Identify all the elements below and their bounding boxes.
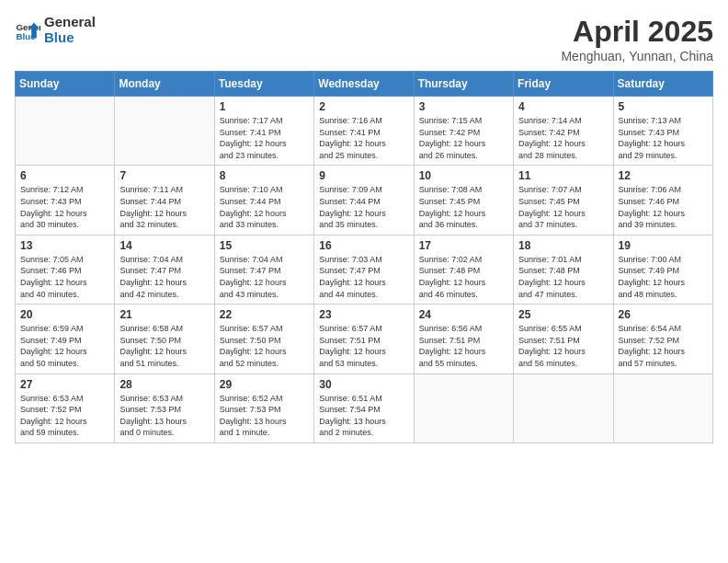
day-info: Sunrise: 7:11 AM Sunset: 7:44 PM Dayligh… — [119, 184, 209, 230]
calendar-cell: 20Sunrise: 6:59 AM Sunset: 7:49 PM Dayli… — [16, 304, 115, 373]
calendar-cell: 22Sunrise: 6:57 AM Sunset: 7:50 PM Dayli… — [214, 304, 313, 373]
day-info: Sunrise: 6:54 AM Sunset: 7:52 PM Dayligh… — [619, 323, 708, 369]
calendar-cell — [16, 97, 115, 166]
day-info: Sunrise: 6:56 AM Sunset: 7:51 PM Dayligh… — [419, 323, 508, 369]
day-number: 9 — [319, 169, 408, 182]
logo: General Blue General Blue — [15, 15, 96, 45]
day-number: 18 — [518, 239, 608, 252]
day-info: Sunrise: 7:06 AM Sunset: 7:46 PM Dayligh… — [619, 184, 708, 230]
day-info: Sunrise: 7:03 AM Sunset: 7:47 PM Dayligh… — [319, 254, 408, 300]
logo-general: General — [44, 15, 96, 30]
calendar-cell: 6Sunrise: 7:12 AM Sunset: 7:43 PM Daylig… — [16, 166, 115, 235]
week-row-2: 6Sunrise: 7:12 AM Sunset: 7:43 PM Daylig… — [16, 166, 713, 235]
day-info: Sunrise: 7:07 AM Sunset: 7:45 PM Dayligh… — [518, 184, 608, 230]
day-number: 21 — [119, 308, 209, 321]
calendar-cell: 15Sunrise: 7:04 AM Sunset: 7:47 PM Dayli… — [214, 235, 313, 304]
weekday-header-sunday: Sunday — [16, 72, 115, 97]
day-info: Sunrise: 7:17 AM Sunset: 7:41 PM Dayligh… — [220, 115, 309, 161]
day-number: 11 — [518, 169, 608, 182]
calendar-cell: 13Sunrise: 7:05 AM Sunset: 7:46 PM Dayli… — [16, 235, 115, 304]
calendar-cell — [115, 97, 214, 166]
day-info: Sunrise: 7:08 AM Sunset: 7:45 PM Dayligh… — [419, 184, 508, 230]
calendar-cell — [414, 373, 513, 442]
week-row-1: 1Sunrise: 7:17 AM Sunset: 7:41 PM Daylig… — [16, 97, 713, 166]
day-number: 14 — [119, 239, 209, 252]
day-number: 15 — [220, 239, 309, 252]
day-number: 20 — [20, 308, 109, 321]
calendar-cell: 10Sunrise: 7:08 AM Sunset: 7:45 PM Dayli… — [414, 166, 513, 235]
calendar-cell: 4Sunrise: 7:14 AM Sunset: 7:42 PM Daylig… — [514, 97, 613, 166]
day-info: Sunrise: 6:51 AM Sunset: 7:54 PM Dayligh… — [319, 393, 408, 439]
day-number: 24 — [419, 308, 508, 321]
header: General Blue General Blue April 2025 Men… — [15, 15, 713, 63]
calendar-cell: 30Sunrise: 6:51 AM Sunset: 7:54 PM Dayli… — [314, 373, 414, 442]
day-number: 4 — [518, 100, 608, 113]
day-info: Sunrise: 7:14 AM Sunset: 7:42 PM Dayligh… — [518, 115, 608, 161]
calendar-cell: 29Sunrise: 6:52 AM Sunset: 7:53 PM Dayli… — [214, 373, 313, 442]
day-number: 27 — [20, 378, 109, 391]
day-info: Sunrise: 6:57 AM Sunset: 7:50 PM Dayligh… — [220, 323, 309, 369]
day-number: 5 — [619, 100, 708, 113]
logo-icon: General Blue — [15, 17, 40, 43]
title-area: April 2025 Menghuan, Yunnan, China — [561, 15, 713, 63]
day-info: Sunrise: 7:04 AM Sunset: 7:47 PM Dayligh… — [119, 254, 209, 300]
day-info: Sunrise: 7:12 AM Sunset: 7:43 PM Dayligh… — [20, 184, 109, 230]
weekday-header-wednesday: Wednesday — [314, 72, 414, 97]
day-number: 6 — [20, 169, 109, 182]
calendar-cell: 14Sunrise: 7:04 AM Sunset: 7:47 PM Dayli… — [115, 235, 214, 304]
day-number: 30 — [319, 378, 408, 391]
day-number: 12 — [619, 169, 708, 182]
calendar-cell: 1Sunrise: 7:17 AM Sunset: 7:41 PM Daylig… — [214, 97, 313, 166]
weekday-header-friday: Friday — [514, 72, 613, 97]
day-number: 28 — [119, 378, 209, 391]
calendar-cell: 19Sunrise: 7:00 AM Sunset: 7:49 PM Dayli… — [613, 235, 712, 304]
calendar-cell — [514, 373, 613, 442]
day-info: Sunrise: 7:13 AM Sunset: 7:43 PM Dayligh… — [619, 115, 708, 161]
calendar-cell: 7Sunrise: 7:11 AM Sunset: 7:44 PM Daylig… — [115, 166, 214, 235]
day-info: Sunrise: 6:58 AM Sunset: 7:50 PM Dayligh… — [119, 323, 209, 369]
day-info: Sunrise: 7:05 AM Sunset: 7:46 PM Dayligh… — [20, 254, 109, 300]
day-info: Sunrise: 7:02 AM Sunset: 7:48 PM Dayligh… — [419, 254, 508, 300]
weekday-header-monday: Monday — [115, 72, 214, 97]
day-number: 29 — [220, 378, 309, 391]
day-number: 2 — [319, 100, 408, 113]
day-info: Sunrise: 6:52 AM Sunset: 7:53 PM Dayligh… — [220, 393, 309, 439]
day-number: 3 — [419, 100, 508, 113]
day-info: Sunrise: 7:16 AM Sunset: 7:41 PM Dayligh… — [319, 115, 408, 161]
calendar-cell: 26Sunrise: 6:54 AM Sunset: 7:52 PM Dayli… — [613, 304, 712, 373]
calendar-cell: 11Sunrise: 7:07 AM Sunset: 7:45 PM Dayli… — [514, 166, 613, 235]
day-number: 8 — [220, 169, 309, 182]
calendar-cell: 16Sunrise: 7:03 AM Sunset: 7:47 PM Dayli… — [314, 235, 414, 304]
day-number: 17 — [419, 239, 508, 252]
calendar-cell: 3Sunrise: 7:15 AM Sunset: 7:42 PM Daylig… — [414, 97, 513, 166]
day-number: 26 — [619, 308, 708, 321]
calendar-cell: 8Sunrise: 7:10 AM Sunset: 7:44 PM Daylig… — [214, 166, 313, 235]
day-number: 10 — [419, 169, 508, 182]
calendar-table: SundayMondayTuesdayWednesdayThursdayFrid… — [15, 71, 713, 443]
weekday-header-tuesday: Tuesday — [214, 72, 313, 97]
calendar-cell: 27Sunrise: 6:53 AM Sunset: 7:52 PM Dayli… — [16, 373, 115, 442]
day-info: Sunrise: 7:01 AM Sunset: 7:48 PM Dayligh… — [518, 254, 608, 300]
day-number: 19 — [619, 239, 708, 252]
calendar-cell: 21Sunrise: 6:58 AM Sunset: 7:50 PM Dayli… — [115, 304, 214, 373]
week-row-4: 20Sunrise: 6:59 AM Sunset: 7:49 PM Dayli… — [16, 304, 713, 373]
day-info: Sunrise: 7:10 AM Sunset: 7:44 PM Dayligh… — [220, 184, 309, 230]
day-number: 23 — [319, 308, 408, 321]
day-number: 7 — [119, 169, 209, 182]
calendar-cell: 17Sunrise: 7:02 AM Sunset: 7:48 PM Dayli… — [414, 235, 513, 304]
day-info: Sunrise: 6:55 AM Sunset: 7:51 PM Dayligh… — [518, 323, 608, 369]
calendar-cell: 9Sunrise: 7:09 AM Sunset: 7:44 PM Daylig… — [314, 166, 414, 235]
month-title: April 2025 — [561, 15, 713, 49]
day-number: 25 — [518, 308, 608, 321]
day-number: 13 — [20, 239, 109, 252]
calendar-cell: 28Sunrise: 6:53 AM Sunset: 7:53 PM Dayli… — [115, 373, 214, 442]
day-info: Sunrise: 6:59 AM Sunset: 7:49 PM Dayligh… — [20, 323, 109, 369]
logo-blue: Blue — [44, 30, 96, 46]
day-info: Sunrise: 6:53 AM Sunset: 7:52 PM Dayligh… — [20, 393, 109, 439]
day-info: Sunrise: 6:57 AM Sunset: 7:51 PM Dayligh… — [319, 323, 408, 369]
calendar-cell: 23Sunrise: 6:57 AM Sunset: 7:51 PM Dayli… — [314, 304, 414, 373]
day-info: Sunrise: 7:15 AM Sunset: 7:42 PM Dayligh… — [419, 115, 508, 161]
calendar-cell — [613, 373, 712, 442]
day-info: Sunrise: 7:04 AM Sunset: 7:47 PM Dayligh… — [220, 254, 309, 300]
weekday-header-row: SundayMondayTuesdayWednesdayThursdayFrid… — [16, 72, 713, 97]
